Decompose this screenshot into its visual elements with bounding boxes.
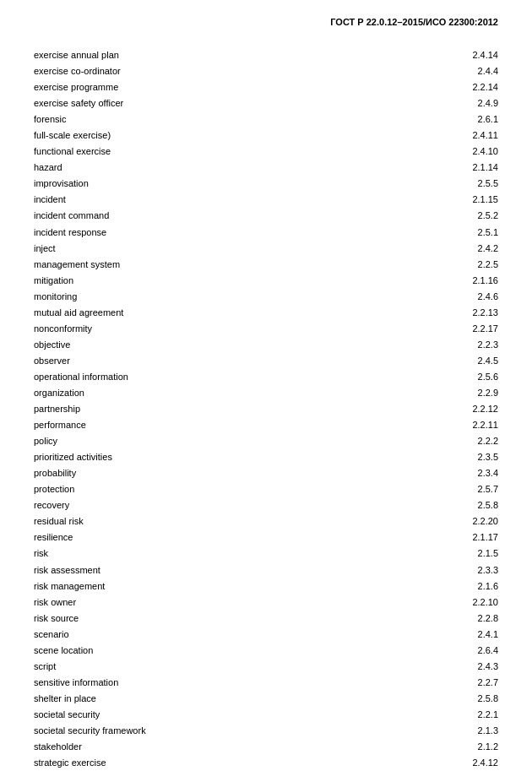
toc-number: 2.2.13: [472, 306, 498, 320]
toc-number: 2.2.2: [478, 434, 498, 448]
toc-row: societal security framework2.1.3: [34, 723, 498, 739]
toc-row: exercise safety officer2.4.9: [34, 95, 498, 111]
toc-number: 2.4.14: [472, 48, 498, 62]
toc-row: incident command2.5.2: [34, 208, 498, 224]
toc-number: 2.5.6: [478, 370, 498, 384]
toc-number: 2.2.1: [478, 708, 498, 722]
toc-term: probability: [34, 466, 76, 481]
toc-row: risk2.1.5: [34, 546, 498, 562]
toc-term: scenario: [34, 627, 69, 642]
toc-table: exercise annual plan2.4.14exercise co-or…: [34, 47, 498, 771]
toc-number: 2.1.2: [478, 740, 498, 754]
toc-row: forensic2.6.1: [34, 111, 498, 128]
toc-term: risk management: [34, 579, 105, 594]
toc-row: scenario2.4.1: [34, 627, 498, 643]
toc-number: 2.1.14: [472, 160, 498, 175]
toc-term: risk owner: [34, 595, 76, 610]
toc-row: scene location2.6.4: [34, 643, 498, 659]
toc-row: sensitive information2.2.7: [34, 675, 498, 691]
toc-term: incident: [34, 193, 66, 207]
toc-term: sensitive information: [34, 676, 118, 690]
toc-term: exercise safety officer: [34, 96, 123, 111]
toc-term: risk: [34, 546, 48, 561]
toc-term: functional exercise: [34, 144, 111, 159]
toc-row: shelter in place2.5.8: [34, 691, 498, 707]
toc-term: organization: [34, 386, 84, 400]
toc-number: 2.4.10: [472, 144, 498, 159]
toc-row: organization2.2.9: [34, 385, 498, 401]
toc-term: risk assessment: [34, 563, 100, 578]
toc-number: 2.6.1: [478, 112, 498, 127]
toc-number: 2.4.2: [478, 242, 498, 256]
toc-number: 2.2.20: [472, 514, 498, 529]
toc-term: shelter in place: [34, 692, 96, 706]
toc-number: 2.1.16: [472, 274, 498, 288]
toc-term: operational information: [34, 370, 128, 384]
toc-row: full-scale exercise)2.4.11: [34, 128, 498, 144]
toc-term: mitigation: [34, 274, 73, 288]
toc-row: incident response2.5.1: [34, 225, 498, 241]
toc-row: inject2.4.2: [34, 241, 498, 257]
toc-term: resilience: [34, 530, 73, 545]
toc-number: 2.1.3: [478, 724, 498, 738]
toc-row: improvisation2.5.5: [34, 176, 498, 192]
toc-row: probability2.3.4: [34, 465, 498, 481]
toc-row: risk source2.2.8: [34, 611, 498, 627]
toc-number: 2.2.5: [478, 258, 498, 272]
toc-number: 2.3.5: [478, 450, 498, 464]
toc-term: stakeholder: [34, 740, 82, 754]
toc-number: 2.2.10: [472, 595, 498, 610]
toc-number: 2.2.7: [478, 676, 498, 690]
toc-row: objective2.2.3: [34, 337, 498, 353]
toc-number: 2.1.5: [478, 546, 498, 561]
toc-row: operational information2.5.6: [34, 369, 498, 385]
toc-row: stakeholder2.1.2: [34, 739, 498, 755]
toc-row: management system2.2.5: [34, 257, 498, 273]
toc-row: residual risk2.2.20: [34, 513, 498, 529]
toc-row: incident2.1.15: [34, 192, 498, 208]
toc-number: 2.2.8: [478, 611, 498, 626]
toc-number: 2.2.17: [472, 322, 498, 336]
toc-row: risk management2.1.6: [34, 578, 498, 595]
toc-number: 2.2.12: [472, 402, 498, 416]
toc-row: exercise programme2.2.14: [34, 79, 498, 95]
toc-number: 2.3.3: [478, 563, 498, 578]
toc-row: performance2.2.11: [34, 417, 498, 433]
toc-term: observer: [34, 354, 70, 368]
toc-row: exercise annual plan2.4.14: [34, 47, 498, 63]
toc-term: exercise programme: [34, 80, 118, 95]
toc-number: 2.2.9: [478, 386, 498, 400]
toc-term: protection: [34, 482, 74, 497]
toc-term: full-scale exercise): [34, 128, 111, 143]
toc-term: incident command: [34, 209, 109, 223]
toc-number: 2.2.14: [472, 80, 498, 95]
header-title: ГОСТ Р 22.0.12–2015/ИСО 22300:2012: [330, 17, 498, 27]
toc-term: societal security: [34, 708, 100, 722]
toc-term: scene location: [34, 643, 93, 658]
toc-number: 2.5.1: [478, 225, 498, 240]
toc-term: prioritized activities: [34, 450, 112, 464]
toc-number: 2.4.3: [478, 660, 498, 674]
toc-number: 2.4.11: [472, 128, 498, 143]
toc-term: nonconformity: [34, 322, 92, 336]
toc-number: 2.2.3: [478, 338, 498, 352]
toc-row: exercise co-ordinator2.4.4: [34, 63, 498, 79]
toc-term: societal security framework: [34, 724, 146, 738]
toc-term: risk source: [34, 611, 79, 626]
toc-term: objective: [34, 338, 70, 352]
toc-row: resilience2.1.17: [34, 529, 498, 546]
toc-number: 2.5.8: [478, 692, 498, 706]
toc-row: script2.4.3: [34, 659, 498, 675]
toc-number: 2.3.4: [478, 466, 498, 481]
toc-row: mutual aid agreement2.2.13: [34, 305, 498, 321]
toc-term: residual risk: [34, 514, 84, 529]
toc-term: incident response: [34, 225, 106, 240]
toc-term: inject: [34, 242, 56, 256]
toc-term: forensic: [34, 112, 67, 127]
toc-number: 2.6.4: [478, 643, 498, 658]
toc-term: management system: [34, 258, 120, 272]
toc-number: 2.4.12: [472, 756, 498, 770]
toc-row: risk assessment2.3.3: [34, 562, 498, 578]
toc-term: exercise co-ordinator: [34, 64, 121, 79]
toc-row: prioritized activities2.3.5: [34, 449, 498, 465]
